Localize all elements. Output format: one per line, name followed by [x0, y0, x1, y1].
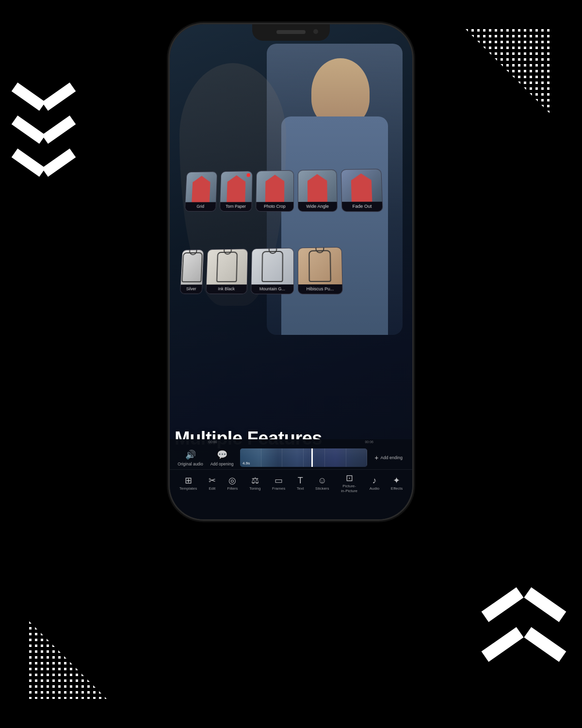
person-head	[311, 58, 370, 126]
clip-segment-6	[346, 448, 368, 467]
text-label: Text	[297, 486, 304, 491]
right-arrows	[485, 594, 563, 670]
tool-stickers[interactable]: ☺ Stickers	[315, 476, 329, 491]
filter-card-wide-angle[interactable]: Wide Angle	[298, 169, 338, 212]
filter-card-ink-black[interactable]: Ink Black	[206, 248, 248, 294]
filter-card-fade-out[interactable]: Fade Out	[341, 169, 383, 212]
add-ending-label: Add ending	[380, 455, 403, 460]
tool-toning[interactable]: ⚖ Toning	[249, 476, 261, 491]
filter-card-grid[interactable]: Grid	[185, 171, 217, 212]
filter-card-silver-partial[interactable]: Silver	[180, 249, 204, 294]
pattern-top-right	[466, 29, 553, 116]
text-icon: T	[298, 476, 303, 485]
clip-segment-5	[325, 448, 346, 467]
chevron-down-icon-2	[15, 106, 73, 135]
phone-frame: Grid Torn Paper Photo Crop	[170, 24, 412, 519]
tool-templates[interactable]: ⊞ Templates	[179, 476, 197, 491]
toning-label: Toning	[249, 486, 261, 491]
pip-label: Picture-in-Picture	[340, 484, 358, 493]
filters-label: Filters	[227, 486, 238, 491]
phone-container: Grid Torn Paper Photo Crop	[170, 24, 412, 519]
effects-label: Effects	[391, 486, 403, 491]
clip-segment-3	[282, 448, 304, 467]
timestamp-end: 00:06	[365, 440, 373, 444]
timeline-clip	[240, 448, 367, 467]
svg-marker-1	[466, 29, 553, 116]
templates-label: Templates	[179, 486, 197, 491]
effects-icon: ✦	[393, 476, 400, 485]
filter-card-torn-paper[interactable]: Torn Paper	[220, 171, 253, 212]
timestamp-start: 00:00	[209, 440, 217, 444]
add-ending-button[interactable]: + Add ending	[372, 454, 405, 462]
filter-cards-row2: Silver Ink Black Mountain G...	[180, 246, 412, 295]
edit-icon: ✂	[209, 476, 216, 485]
chevron-up-icon-1	[485, 594, 563, 628]
tool-edit[interactable]: ✂ Edit	[209, 476, 216, 491]
pattern-bottom-left	[29, 621, 107, 699]
tool-audio[interactable]: ♪ Audio	[370, 476, 379, 491]
timeline-timestamps: 00:00 00:06	[170, 439, 412, 444]
tool-effects[interactable]: ✦ Effects	[391, 476, 403, 491]
stickers-label: Stickers	[315, 486, 329, 491]
frames-label: Frames	[272, 486, 285, 491]
audio-label: Audio	[370, 486, 379, 491]
plus-icon: +	[374, 454, 378, 462]
camera	[313, 29, 318, 34]
speaker	[276, 30, 306, 34]
phone-notch	[252, 24, 330, 41]
audio-tool-icon: ♪	[372, 476, 376, 485]
filter-cards-row1: Grid Torn Paper Photo Crop	[185, 168, 412, 212]
templates-icon: ⊞	[185, 476, 192, 485]
red-dot-indicator	[246, 173, 250, 177]
filter-card-mountain[interactable]: Mountain G...	[251, 248, 294, 295]
toning-icon: ⚖	[251, 476, 259, 485]
icon-toolbar: ⊞ Templates ✂ Edit ◎ Filters ⚖ Toning	[170, 469, 412, 500]
tool-frames[interactable]: ▭ Frames	[272, 476, 285, 491]
chevron-up-icon-2	[485, 634, 563, 668]
timeline-duration: 4.9s	[242, 461, 250, 465]
filter-card-hibiscus[interactable]: Hibiscus Pu...	[298, 247, 343, 295]
stickers-icon: ☺	[318, 476, 326, 485]
original-audio-button[interactable]: 🔊 Original audio	[177, 449, 204, 466]
chevron-down-icon-3	[15, 139, 73, 168]
tool-filters[interactable]: ◎ Filters	[227, 476, 238, 491]
svg-marker-3	[29, 621, 107, 699]
tool-text[interactable]: T Text	[297, 476, 304, 491]
timeline-track[interactable]: 4.9s	[240, 448, 367, 467]
chevron-down-icon-1	[15, 73, 73, 102]
timeline-row: 🔊 Original audio 💬 Add opening	[170, 444, 412, 469]
filter-card-photo-crop[interactable]: Photo Crop	[256, 170, 294, 212]
phone-screen: Grid Torn Paper Photo Crop	[170, 24, 412, 519]
clip-segment-2	[261, 448, 283, 467]
frames-icon: ▭	[275, 476, 283, 485]
edit-label: Edit	[209, 486, 215, 491]
pip-icon: ⊡	[346, 474, 353, 482]
bottom-toolbar: 00:00 00:06 🔊 Original audio 💬 Add openi…	[170, 439, 412, 519]
timeline-playhead	[311, 448, 313, 467]
add-opening-button[interactable]: 💬 Add opening	[209, 449, 235, 466]
opening-icon: 💬	[217, 449, 227, 460]
filters-icon: ◎	[228, 476, 236, 485]
left-arrows	[15, 73, 73, 172]
audio-icon: 🔊	[185, 449, 196, 460]
person-body	[281, 116, 388, 335]
clip-segment-4	[304, 448, 325, 467]
tool-pip[interactable]: ⊡ Picture-in-Picture	[340, 474, 358, 493]
